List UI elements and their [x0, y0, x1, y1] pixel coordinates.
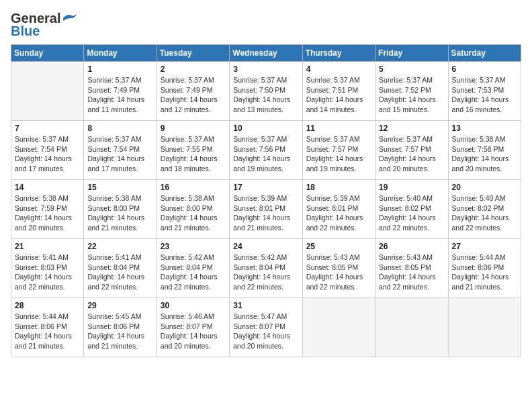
calendar-cell: 18Sunrise: 5:39 AM Sunset: 8:01 PM Dayli… [302, 180, 375, 239]
day-number: 1 [87, 64, 152, 74]
calendar-cell: 27Sunrise: 5:44 AM Sunset: 8:06 PM Dayli… [448, 239, 521, 298]
day-detail: Sunrise: 5:38 AM Sunset: 8:00 PM Dayligh… [87, 193, 152, 233]
weekday-header-saturday: Saturday [448, 45, 521, 62]
day-number: 2 [161, 64, 226, 74]
day-detail: Sunrise: 5:40 AM Sunset: 8:02 PM Dayligh… [379, 193, 444, 233]
calendar-cell: 15Sunrise: 5:38 AM Sunset: 8:00 PM Dayli… [84, 180, 157, 239]
calendar-cell [302, 298, 375, 357]
day-number: 9 [161, 124, 226, 133]
weekday-header-sunday: Sunday [11, 45, 84, 62]
calendar-cell: 30Sunrise: 5:46 AM Sunset: 8:07 PM Dayli… [157, 298, 229, 357]
calendar-cell: 25Sunrise: 5:43 AM Sunset: 8:05 PM Dayli… [302, 239, 375, 298]
day-number: 4 [306, 64, 371, 74]
day-number: 12 [379, 124, 444, 133]
calendar-cell: 21Sunrise: 5:41 AM Sunset: 8:03 PM Dayli… [11, 239, 84, 298]
day-detail: Sunrise: 5:37 AM Sunset: 7:57 PM Dayligh… [306, 134, 371, 174]
calendar-cell [448, 298, 521, 357]
day-detail: Sunrise: 5:37 AM Sunset: 7:49 PM Dayligh… [161, 75, 226, 115]
logo-bird-icon [62, 13, 77, 24]
day-number: 17 [233, 183, 298, 192]
day-number: 30 [161, 301, 226, 310]
day-number: 15 [87, 183, 152, 192]
calendar-cell: 31Sunrise: 5:47 AM Sunset: 8:07 PM Dayli… [230, 298, 302, 357]
weekday-header-tuesday: Tuesday [157, 45, 229, 62]
day-number: 7 [15, 124, 80, 133]
day-detail: Sunrise: 5:38 AM Sunset: 8:00 PM Dayligh… [161, 193, 226, 233]
calendar-cell: 11Sunrise: 5:37 AM Sunset: 7:57 PM Dayli… [302, 121, 375, 180]
day-detail: Sunrise: 5:45 AM Sunset: 8:06 PM Dayligh… [87, 312, 152, 351]
calendar-cell: 19Sunrise: 5:40 AM Sunset: 8:02 PM Dayli… [375, 180, 448, 239]
calendar-cell: 23Sunrise: 5:42 AM Sunset: 8:04 PM Dayli… [157, 239, 229, 298]
logo: General Blue [11, 11, 77, 39]
day-detail: Sunrise: 5:42 AM Sunset: 8:04 PM Dayligh… [233, 253, 298, 292]
day-number: 3 [233, 64, 298, 74]
day-number: 28 [15, 301, 80, 310]
day-detail: Sunrise: 5:37 AM Sunset: 7:54 PM Dayligh… [15, 134, 80, 174]
page-header: General Blue [11, 11, 521, 39]
day-detail: Sunrise: 5:41 AM Sunset: 8:03 PM Dayligh… [15, 253, 80, 292]
day-number: 27 [452, 242, 517, 251]
day-detail: Sunrise: 5:46 AM Sunset: 8:07 PM Dayligh… [161, 312, 226, 351]
weekday-header-wednesday: Wednesday [230, 45, 302, 62]
calendar-cell: 7Sunrise: 5:37 AM Sunset: 7:54 PM Daylig… [11, 121, 84, 180]
day-detail: Sunrise: 5:44 AM Sunset: 8:06 PM Dayligh… [452, 253, 517, 292]
calendar-week-row: 14Sunrise: 5:38 AM Sunset: 7:59 PM Dayli… [11, 180, 521, 239]
calendar-week-row: 21Sunrise: 5:41 AM Sunset: 8:03 PM Dayli… [11, 239, 521, 298]
weekday-header-monday: Monday [84, 45, 157, 62]
calendar-week-row: 1Sunrise: 5:37 AM Sunset: 7:49 PM Daylig… [11, 62, 521, 121]
day-number: 16 [161, 183, 226, 192]
calendar-cell: 28Sunrise: 5:44 AM Sunset: 8:06 PM Dayli… [11, 298, 84, 357]
day-number: 26 [379, 242, 444, 251]
calendar-cell: 17Sunrise: 5:39 AM Sunset: 8:01 PM Dayli… [230, 180, 302, 239]
weekday-header-thursday: Thursday [302, 45, 375, 62]
day-detail: Sunrise: 5:39 AM Sunset: 8:01 PM Dayligh… [306, 193, 371, 233]
calendar-cell: 6Sunrise: 5:37 AM Sunset: 7:53 PM Daylig… [448, 62, 521, 121]
day-number: 22 [87, 242, 152, 251]
calendar-cell: 22Sunrise: 5:41 AM Sunset: 8:04 PM Dayli… [84, 239, 157, 298]
calendar-cell: 8Sunrise: 5:37 AM Sunset: 7:54 PM Daylig… [84, 121, 157, 180]
day-detail: Sunrise: 5:43 AM Sunset: 8:05 PM Dayligh… [306, 253, 371, 292]
day-number: 25 [306, 242, 371, 251]
calendar-cell: 1Sunrise: 5:37 AM Sunset: 7:49 PM Daylig… [84, 62, 157, 121]
calendar-cell: 9Sunrise: 5:37 AM Sunset: 7:55 PM Daylig… [157, 121, 229, 180]
calendar-cell [375, 298, 448, 357]
calendar-cell: 5Sunrise: 5:37 AM Sunset: 7:52 PM Daylig… [375, 62, 448, 121]
day-detail: Sunrise: 5:47 AM Sunset: 8:07 PM Dayligh… [233, 312, 298, 351]
day-number: 29 [87, 301, 152, 310]
calendar-cell: 29Sunrise: 5:45 AM Sunset: 8:06 PM Dayli… [84, 298, 157, 357]
calendar-table: SundayMondayTuesdayWednesdayThursdayFrid… [11, 44, 521, 357]
day-number: 20 [452, 183, 517, 192]
day-number: 11 [306, 124, 371, 133]
calendar-week-row: 28Sunrise: 5:44 AM Sunset: 8:06 PM Dayli… [11, 298, 521, 357]
calendar-week-row: 7Sunrise: 5:37 AM Sunset: 7:54 PM Daylig… [11, 121, 521, 180]
day-detail: Sunrise: 5:37 AM Sunset: 7:55 PM Dayligh… [161, 134, 226, 174]
weekday-header-friday: Friday [375, 45, 448, 62]
day-number: 14 [15, 183, 80, 192]
day-detail: Sunrise: 5:37 AM Sunset: 7:50 PM Dayligh… [233, 75, 298, 115]
calendar-cell: 4Sunrise: 5:37 AM Sunset: 7:51 PM Daylig… [302, 62, 375, 121]
day-detail: Sunrise: 5:44 AM Sunset: 8:06 PM Dayligh… [15, 312, 80, 351]
calendar-cell: 3Sunrise: 5:37 AM Sunset: 7:50 PM Daylig… [230, 62, 302, 121]
day-number: 18 [306, 183, 371, 192]
day-detail: Sunrise: 5:43 AM Sunset: 8:05 PM Dayligh… [379, 253, 444, 292]
day-number: 31 [233, 301, 298, 310]
day-detail: Sunrise: 5:39 AM Sunset: 8:01 PM Dayligh… [233, 193, 298, 233]
day-detail: Sunrise: 5:38 AM Sunset: 7:59 PM Dayligh… [15, 193, 80, 233]
day-detail: Sunrise: 5:37 AM Sunset: 7:51 PM Dayligh… [306, 75, 371, 115]
day-detail: Sunrise: 5:40 AM Sunset: 8:02 PM Dayligh… [452, 193, 517, 233]
calendar-cell [11, 62, 84, 121]
logo-blue-text: Blue [11, 24, 40, 39]
day-number: 5 [379, 64, 444, 74]
day-detail: Sunrise: 5:37 AM Sunset: 7:56 PM Dayligh… [233, 134, 298, 174]
day-detail: Sunrise: 5:37 AM Sunset: 7:57 PM Dayligh… [379, 134, 444, 174]
day-number: 8 [87, 124, 152, 133]
calendar-cell: 20Sunrise: 5:40 AM Sunset: 8:02 PM Dayli… [448, 180, 521, 239]
calendar-cell: 16Sunrise: 5:38 AM Sunset: 8:00 PM Dayli… [157, 180, 229, 239]
day-detail: Sunrise: 5:37 AM Sunset: 7:52 PM Dayligh… [379, 75, 444, 115]
day-detail: Sunrise: 5:37 AM Sunset: 7:49 PM Dayligh… [87, 75, 152, 115]
calendar-cell: 26Sunrise: 5:43 AM Sunset: 8:05 PM Dayli… [375, 239, 448, 298]
day-number: 10 [233, 124, 298, 133]
day-number: 21 [15, 242, 80, 251]
day-detail: Sunrise: 5:41 AM Sunset: 8:04 PM Dayligh… [87, 253, 152, 292]
day-detail: Sunrise: 5:37 AM Sunset: 7:53 PM Dayligh… [452, 75, 517, 115]
